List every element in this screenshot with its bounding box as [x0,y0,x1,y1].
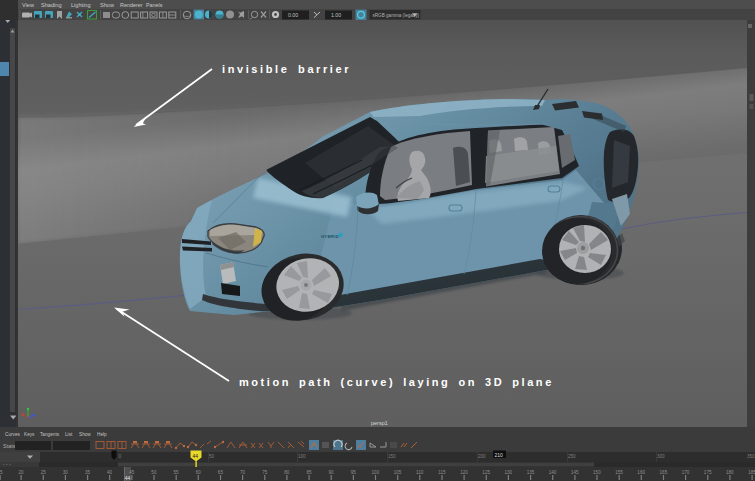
svg-text:200: 200 [478,454,486,459]
svg-text:165: 165 [660,470,668,475]
svg-text:motion path (curve) laying on: motion path (curve) laying on 3D plane [239,376,554,388]
svg-text:95: 95 [351,470,357,475]
svg-text:Shading: Shading [41,2,62,8]
svg-text:175: 175 [704,470,712,475]
svg-text:85: 85 [306,470,312,475]
svg-text:Curves: Curves [5,432,21,437]
svg-text:25: 25 [41,470,47,475]
svg-text:HYBRID: HYBRID [321,234,339,239]
svg-text:40: 40 [107,470,113,475]
svg-text:115: 115 [438,470,446,475]
svg-text:110: 110 [416,470,424,475]
svg-text:300: 300 [657,454,665,459]
svg-text:50: 50 [151,470,157,475]
svg-text:30: 30 [63,470,69,475]
svg-text:100: 100 [372,470,380,475]
svg-text:44: 44 [193,453,199,459]
svg-text:Show: Show [100,2,115,8]
svg-text:185: 185 [748,470,755,475]
svg-text:160: 160 [637,470,645,475]
svg-text:135: 135 [527,470,535,475]
svg-text:250: 250 [568,454,576,459]
svg-text:120: 120 [460,470,468,475]
svg-text:75: 75 [262,470,268,475]
svg-text:210: 210 [495,452,504,458]
svg-text:150: 150 [388,454,396,459]
svg-text:130: 130 [504,470,512,475]
svg-text:105: 105 [394,470,402,475]
svg-text:140: 140 [549,470,557,475]
svg-text:Stats: Stats [3,443,16,449]
svg-text:35: 35 [85,470,91,475]
svg-text:60: 60 [196,470,202,475]
svg-text:Help: Help [97,432,107,437]
svg-text:150: 150 [593,470,601,475]
svg-text:90: 90 [329,470,335,475]
svg-text:70: 70 [240,470,246,475]
svg-text:50: 50 [209,454,215,459]
svg-text:65: 65 [218,470,224,475]
svg-text:145: 145 [571,470,579,475]
svg-text:1.00: 1.00 [331,12,341,18]
svg-text:44: 44 [125,475,131,481]
svg-text:Renderer: Renderer [120,2,143,8]
svg-text:350: 350 [747,454,755,459]
svg-text:125: 125 [482,470,490,475]
svg-text:55: 55 [174,470,180,475]
svg-text:0.00: 0.00 [288,12,298,18]
svg-text:15: 15 [0,470,3,475]
svg-text:20: 20 [18,470,24,475]
svg-text:80: 80 [284,470,290,475]
svg-text:Panels: Panels [146,2,163,8]
svg-text:Keys: Keys [24,432,35,437]
svg-text:100: 100 [298,454,306,459]
svg-text:invisible barrier: invisible barrier [222,63,351,75]
svg-text:List: List [65,432,73,437]
svg-text:Tangents: Tangents [40,432,60,437]
svg-text:180: 180 [726,470,734,475]
svg-text:Show: Show [79,432,91,437]
svg-text:0: 0 [119,454,122,459]
svg-text:View: View [22,2,35,8]
svg-text:155: 155 [615,470,623,475]
svg-text:170: 170 [682,470,690,475]
svg-text:persp1: persp1 [371,420,388,426]
svg-text:Lighting: Lighting [71,2,91,8]
